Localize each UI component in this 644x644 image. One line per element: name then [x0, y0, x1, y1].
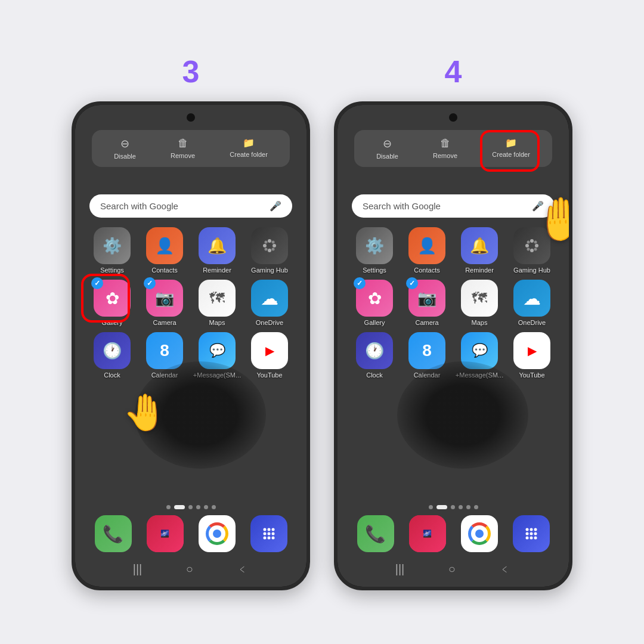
nav-home-3[interactable]: ○: [186, 562, 193, 576]
dot-1-3: [166, 505, 171, 509]
svg-point-23: [527, 248, 530, 251]
camera-label-3: Camera: [153, 319, 176, 326]
reminder-label-4: Reminder: [465, 267, 494, 274]
settings-label-3: Settings: [100, 267, 124, 274]
maps-app-4[interactable]: 🗺 Maps: [454, 280, 504, 326]
chrome-dock-4[interactable]: [461, 515, 498, 552]
apps-dock-3[interactable]: [250, 515, 287, 552]
apps-dock-4[interactable]: [513, 515, 550, 552]
chrome-dock-3[interactable]: [199, 515, 236, 552]
phone-4: ⊖ Disable 🗑 Remove 📁 Create folder: [334, 101, 572, 590]
maps-app-3[interactable]: 🗺 Maps: [192, 280, 242, 326]
svg-point-9: [267, 528, 270, 531]
clock-app-4[interactable]: 🕐 Clock: [349, 332, 400, 379]
onedrive-label-4: OneDrive: [518, 319, 546, 326]
contacts-app-4[interactable]: 👤 Contacts: [402, 227, 452, 274]
nav-bar-4: ||| ○ ﹤: [338, 557, 569, 581]
search-text-4: Search with Google: [363, 201, 441, 211]
remove-btn-4[interactable]: 🗑 Remove: [433, 137, 457, 160]
hand-cursor-3: 🤚: [123, 391, 168, 434]
dot-5-3: [204, 505, 208, 509]
contacts-icon-3: 👤: [146, 227, 183, 264]
dot-1-4: [429, 505, 433, 509]
gallery-icon-4: ✿ ✓: [356, 280, 393, 317]
gaming-hub-label-4: Gaming Hub: [513, 267, 550, 274]
onedrive-app-3[interactable]: ☁ OneDrive: [244, 280, 295, 326]
step-4-number: 4: [445, 54, 462, 89]
nav-back-3[interactable]: ﹤: [237, 561, 249, 577]
search-bar-4[interactable]: Search with Google 🎤: [352, 194, 555, 218]
remove-label-4: Remove: [433, 152, 457, 159]
app-grid-3: ⚙️ Settings 👤 Contacts 🔔 Reminder: [87, 227, 295, 379]
dot-4-4: [459, 505, 463, 509]
disable-btn-4[interactable]: ⊖ Disable: [376, 137, 398, 160]
camera-label-4: Camera: [415, 319, 438, 326]
svg-point-32: [530, 537, 532, 540]
svg-point-26: [530, 528, 532, 531]
onedrive-app-4[interactable]: ☁ OneDrive: [507, 280, 557, 326]
youtube-icon-4: ▶: [513, 332, 550, 369]
youtube-app-4[interactable]: ▶ YouTube: [507, 332, 557, 379]
create-folder-btn-4[interactable]: 📁 Create folder: [492, 137, 530, 160]
contacts-icon-4: 👤: [408, 227, 445, 264]
step-3-number: 3: [182, 54, 200, 89]
remove-icon-4: 🗑: [440, 137, 451, 150]
svg-point-0: [263, 244, 267, 247]
clock-app-3[interactable]: 🕐 Clock: [87, 332, 137, 379]
dot-6-3: [212, 505, 216, 509]
reminder-icon-4: 🔔: [461, 227, 498, 264]
remove-label-3: Remove: [171, 152, 195, 159]
phone-dock-3[interactable]: 📞: [95, 515, 132, 552]
nav-recent-4[interactable]: |||: [395, 562, 405, 576]
phone-4-camera: [449, 113, 457, 122]
svg-point-27: [534, 528, 537, 531]
gallery-icon-3: ✿ ✓: [94, 280, 131, 317]
gallery-app-3[interactable]: ✿ ✓ Gallery: [87, 280, 137, 326]
svg-point-3: [268, 249, 271, 252]
nav-back-4[interactable]: ﹤: [499, 561, 511, 577]
phone-3-camera: [187, 113, 195, 122]
phone-3-screen: ⊖ Disable 🗑 Remove 📁 Create folder Searc…: [75, 105, 306, 587]
gallery-app-4[interactable]: ✿ ✓ Gallery: [349, 280, 400, 326]
galaxy-dock-3[interactable]: 🌌: [147, 515, 184, 552]
maps-icon-3: 🗺: [199, 280, 236, 317]
settings-app-4[interactable]: ⚙️ Settings: [349, 227, 400, 274]
clock-label-3: Clock: [104, 371, 120, 379]
maps-label-4: Maps: [472, 319, 488, 326]
camera-selected-3: ✓: [144, 277, 156, 289]
create-folder-btn-3[interactable]: 📁 Create folder: [230, 137, 268, 160]
svg-point-21: [527, 241, 530, 244]
svg-point-8: [263, 528, 266, 531]
reminder-app-3[interactable]: 🔔 Reminder: [192, 227, 242, 274]
dock-3: 📞 🌌: [87, 515, 295, 552]
galaxy-dock-4[interactable]: 🌌: [409, 515, 446, 552]
camera-icon-4: 📷 ✓: [408, 280, 445, 317]
svg-point-18: [535, 244, 538, 247]
youtube-app-3[interactable]: ▶ YouTube: [244, 332, 295, 379]
remove-btn-3[interactable]: 🗑 Remove: [171, 137, 195, 160]
svg-point-7: [272, 248, 275, 251]
reminder-app-4[interactable]: 🔔 Reminder: [454, 227, 504, 274]
nav-home-4[interactable]: ○: [448, 562, 456, 576]
camera-app-3[interactable]: 📷 ✓ Camera: [140, 280, 190, 326]
search-text-3: Search with Google: [100, 201, 178, 211]
settings-icon-4: ⚙️: [356, 227, 393, 264]
camera-app-4[interactable]: 📷 ✓ Camera: [402, 280, 452, 326]
svg-point-10: [271, 528, 274, 531]
phone-dock-4[interactable]: 📞: [357, 515, 394, 552]
search-bar-3[interactable]: Search with Google 🎤: [89, 194, 292, 218]
settings-app-3[interactable]: ⚙️ Settings: [87, 227, 137, 274]
onedrive-icon-4: ☁: [513, 280, 550, 317]
app-grid-4: ⚙️ Settings 👤 Contacts 🔔 Reminder: [349, 227, 557, 379]
disable-btn-3[interactable]: ⊖ Disable: [114, 137, 136, 160]
dot-4-3: [196, 505, 200, 509]
youtube-icon-3: ▶: [251, 332, 288, 369]
youtube-label-3: YouTube: [256, 371, 282, 379]
dark-overlay-4: [397, 361, 528, 469]
settings-label-4: Settings: [363, 267, 386, 274]
contacts-app-3[interactable]: 👤 Contacts: [140, 227, 190, 274]
gaming-hub-app-3[interactable]: Gaming Hub: [244, 227, 295, 274]
disable-label-3: Disable: [114, 153, 136, 160]
nav-recent-3[interactable]: |||: [133, 562, 143, 576]
contacts-label-4: Contacts: [414, 267, 439, 274]
